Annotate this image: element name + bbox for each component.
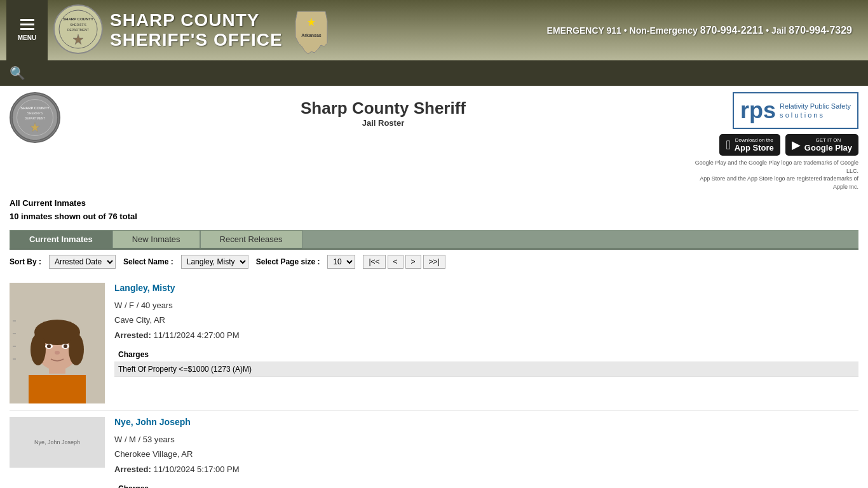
tab-bar: Current Inmates New Inmates Recent Relea… — [10, 230, 858, 250]
inmate-photo-placeholder: Nye, John Joseph — [10, 417, 105, 468]
inmate-count: All Current Inmates 10 inmates shown out… — [10, 197, 858, 224]
inmate-record: Langley, Misty W / F / 40 years Cave Cit… — [10, 276, 858, 410]
svg-point-22 — [69, 334, 84, 365]
apple-icon:  — [726, 138, 730, 152]
menu-button[interactable]: MENU — [6, 0, 48, 60]
sort-label: Sort By : — [10, 257, 41, 266]
inmate-name-link[interactable]: Langley, Misty — [114, 283, 175, 293]
svg-text:Arkansas: Arkansas — [301, 33, 322, 37]
sheriff-badge: SHARP COUNTY SHERIFF'S DEPARTMENT — [53, 4, 104, 57]
svg-text:SHERIFF'S: SHERIFF'S — [27, 112, 43, 115]
page-title-area: Sharp County Sheriff Jail Roster — [73, 92, 693, 128]
page-size-label: Select Page size : — [256, 257, 320, 266]
charges-header: Charges — [114, 348, 858, 362]
inmate-record: Nye, John Joseph Nye, John Joseph W / M … — [10, 410, 858, 488]
inmate-details: W / M / 53 years Cherokee Village, AR Ar… — [114, 432, 858, 477]
name-select[interactable]: Langley, Misty — [181, 255, 248, 269]
svg-point-25 — [47, 344, 51, 348]
inmate-info: Nye, John Joseph W / M / 53 years Cherok… — [114, 417, 858, 488]
page-subtitle: Jail Roster — [73, 118, 693, 128]
svg-text:SHARP COUNTY: SHARP COUNTY — [63, 17, 93, 21]
svg-text:DEPARTMENT: DEPARTMENT — [67, 28, 89, 32]
emergency-info: EMERGENCY 911 • Non-Emergency 870-994-22… — [547, 25, 852, 36]
page-header: SHARP COUNTY SHERIFF'S DEPARTMENT Sharp … — [10, 92, 858, 191]
google-play-button[interactable]: ▶ GET IT ON Google Play — [785, 134, 858, 156]
tab-recent-releases[interactable]: Recent Releases — [200, 230, 302, 248]
app-disclaimer: Google Play and the Google Play logo are… — [693, 159, 858, 191]
google-play-icon: ▶ — [792, 138, 801, 152]
inmate-info: Langley, Misty W / F / 40 years Cave Cit… — [114, 283, 858, 403]
svg-point-26 — [64, 344, 67, 348]
controls-bar: Sort By : Arrested Date Name Select Name… — [10, 255, 858, 269]
app-buttons:  Download on the App Store ▶ GET IT ON … — [719, 134, 858, 156]
inmate-name-link[interactable]: Nye, John Joseph — [114, 417, 191, 427]
tab-new-inmates[interactable]: New Inmates — [112, 230, 200, 248]
tab-current-inmates[interactable]: Current Inmates — [10, 230, 112, 248]
nav-bar: 🔍 — [0, 60, 868, 86]
site-header: MENU SHARP COUNTY SHERIFF'S DEPARTMENT S… — [0, 0, 868, 60]
search-icon[interactable]: 🔍 — [10, 65, 25, 81]
page-title: Sharp County Sheriff — [73, 98, 693, 118]
svg-rect-17 — [29, 375, 86, 403]
charges-table: Charges Theft Of Property <=$1000 (1273 … — [114, 348, 858, 377]
rps-logo: rps Relativity Public Safety s o l u t i… — [733, 92, 858, 129]
svg-text:SHERIFF'S: SHERIFF'S — [70, 23, 86, 27]
rps-tagline: Relativity Public Safety s o l u t i o n… — [780, 102, 851, 120]
office-title: SHARP COUNTY SHERIFF'S OFFICE — [110, 11, 283, 50]
charge-row: Theft Of Property <=$1000 (1273 (A)M) — [114, 362, 858, 377]
inmate-details: W / F / 40 years Cave City, AR Arrested:… — [114, 298, 858, 342]
first-page-button[interactable]: |<< — [363, 255, 385, 269]
next-page-button[interactable]: > — [405, 255, 421, 269]
page-size-select[interactable]: 10 25 50 — [327, 255, 355, 269]
svg-point-27 — [55, 351, 60, 355]
prev-page-button[interactable]: < — [388, 255, 403, 269]
pagination: |<< < > >>| — [363, 255, 445, 269]
arkansas-map: Arkansas — [292, 8, 330, 53]
svg-point-21 — [31, 334, 46, 365]
sort-select[interactable]: Arrested Date Name — [49, 255, 116, 269]
last-page-button[interactable]: >>| — [423, 255, 445, 269]
page-logo: SHARP COUNTY SHERIFF'S DEPARTMENT — [10, 92, 60, 143]
charges-header: Charges — [114, 482, 858, 488]
svg-text:SHARP COUNTY: SHARP COUNTY — [20, 106, 50, 110]
inmate-photo — [10, 283, 105, 403]
apple-app-store-button[interactable]:  Download on the App Store — [719, 134, 780, 156]
menu-label: MENU — [18, 34, 36, 41]
main-content: SHARP COUNTY SHERIFF'S DEPARTMENT Sharp … — [0, 86, 868, 488]
charges-table: Charges VIOLATION OF A PROTECTION ORDER-… — [114, 482, 858, 488]
svg-text:DEPARTMENT: DEPARTMENT — [25, 117, 45, 120]
name-label: Select Name : — [123, 257, 173, 266]
rps-logo-area: rps Relativity Public Safety s o l u t i… — [693, 92, 858, 191]
